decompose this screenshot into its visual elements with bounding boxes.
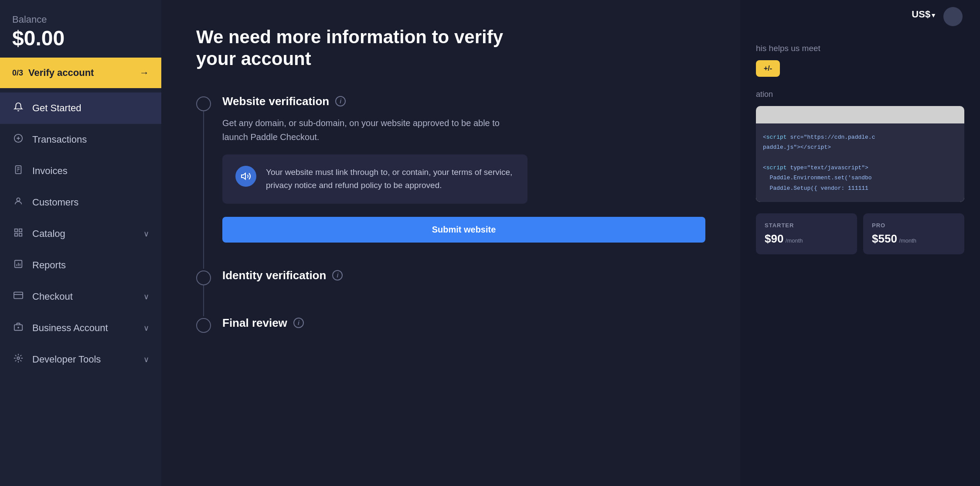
step-title-row: Identity verification i — [222, 269, 705, 282]
customers-icon — [12, 196, 24, 209]
pricing-cards: STARTER $90 /month PRO $550 /month — [740, 206, 980, 261]
step-title: Identity verification — [222, 269, 326, 282]
checkout-icon — [12, 291, 24, 303]
step-title-row: Final review i — [222, 316, 705, 330]
verify-label: Verify account — [28, 67, 134, 79]
verification-steps: Website verification i Get any domain, o… — [196, 95, 705, 338]
help-text: his helps us meet — [756, 44, 964, 53]
pricing-period: /month — [786, 237, 803, 244]
step-line — [203, 285, 204, 316]
notice-text: Your website must link through to, or co… — [266, 166, 514, 192]
integration-label: ation — [740, 86, 980, 102]
sidebar-item-customers[interactable]: Customers — [0, 187, 161, 218]
sidebar-item-transactions[interactable]: Transactions — [0, 124, 161, 155]
catalog-icon — [12, 228, 24, 240]
verify-badge: 0/3 — [12, 68, 23, 78]
right-panel: US$▼ his helps us meet +/- ation <script… — [740, 0, 980, 486]
nav-menu: Get Started Transactions Invoices Custom… — [0, 88, 161, 486]
step-title: Website verification — [222, 95, 329, 108]
currency-tag-icon: +/- — [764, 65, 772, 72]
sidebar-item-catalog[interactable]: Catalog ∨ — [0, 218, 161, 250]
main-content: We need more information to verify your … — [161, 0, 740, 486]
sidebar: Balance $0.00 0/3 Verify account → Get S… — [0, 0, 161, 486]
notice-icon — [235, 166, 256, 187]
step-circle-identity — [196, 270, 211, 285]
code-text: <script src="https://cdn.paddle.c paddle… — [763, 132, 957, 193]
step-notice: Your website must link through to, or co… — [222, 154, 527, 204]
info-icon[interactable]: i — [293, 318, 304, 328]
sidebar-item-label: Checkout — [32, 291, 136, 302]
pricing-card-pro: PRO $550 /month — [863, 213, 964, 254]
step-title-row: Website verification i — [222, 95, 705, 108]
sidebar-item-reports[interactable]: Reports — [0, 250, 161, 281]
avatar — [943, 7, 963, 26]
sidebar-item-invoices[interactable]: Invoices — [0, 155, 161, 187]
pricing-period: /month — [899, 237, 916, 244]
balance-label: Balance — [12, 14, 149, 25]
sidebar-item-label: Transactions — [32, 134, 149, 145]
balance-amount: $0.00 — [12, 28, 149, 49]
sidebar-item-label: Invoices — [32, 165, 149, 177]
currency-label: US$▼ — [912, 9, 936, 20]
sidebar-item-label: Get Started — [32, 103, 149, 114]
sidebar-item-label: Catalog — [32, 228, 136, 240]
sidebar-item-business-account[interactable]: Business Account ∨ — [0, 312, 161, 344]
info-icon[interactable]: i — [332, 270, 343, 281]
chevron-down-icon: ∨ — [143, 292, 149, 301]
sidebar-item-label: Business Account — [32, 322, 136, 334]
business-icon — [12, 322, 24, 334]
pricing-card-starter: STARTER $90 /month — [756, 213, 857, 254]
sidebar-item-developer-tools[interactable]: Developer Tools ∨ — [0, 344, 161, 375]
svg-rect-7 — [19, 229, 22, 232]
transactions-icon — [12, 133, 24, 146]
developer-icon — [12, 353, 24, 366]
pricing-tier: PRO — [872, 222, 956, 229]
step-title: Final review — [222, 316, 287, 330]
balance-section: Balance $0.00 — [0, 0, 161, 58]
step-website-verification: Website verification i Get any domain, o… — [196, 95, 705, 269]
step-circle-final — [196, 318, 211, 333]
svg-point-5 — [17, 198, 20, 201]
invoices-icon — [12, 165, 24, 177]
step-circle-website — [196, 96, 211, 111]
svg-rect-8 — [15, 233, 17, 236]
pricing-amount: $90 — [765, 232, 783, 245]
chevron-down-icon: ∨ — [143, 323, 149, 333]
step-final-review: Final review i — [196, 316, 705, 338]
verify-account-banner[interactable]: 0/3 Verify account → — [0, 58, 161, 88]
arrow-right-icon: → — [140, 67, 149, 79]
submit-website-button[interactable]: Submit website — [222, 217, 705, 243]
code-block: <script src="https://cdn.paddle.c paddle… — [756, 123, 964, 202]
step-description: Get any domain, or sub-domain, on your w… — [222, 116, 519, 144]
currency-selector[interactable]: +/- — [756, 60, 780, 77]
reports-icon — [12, 259, 24, 271]
chevron-down-icon: ∨ — [143, 229, 149, 239]
step-identity-verification: Identity verification i — [196, 269, 705, 316]
pricing-amount: $550 — [872, 232, 897, 245]
info-icon[interactable]: i — [335, 96, 346, 106]
bell-icon — [12, 102, 24, 114]
svg-rect-9 — [19, 233, 22, 236]
pricing-tier: STARTER — [765, 222, 848, 229]
svg-point-16 — [17, 357, 20, 359]
sidebar-item-label: Reports — [32, 260, 149, 271]
sidebar-item-label: Developer Tools — [32, 354, 136, 365]
svg-rect-6 — [15, 229, 17, 232]
sidebar-item-checkout[interactable]: Checkout ∨ — [0, 281, 161, 312]
chevron-down-icon: ∨ — [143, 355, 149, 364]
preview-area: <script src="https://cdn.paddle.c paddle… — [756, 106, 964, 202]
sidebar-item-label: Customers — [32, 197, 149, 208]
sidebar-item-get-started[interactable]: Get Started — [0, 92, 161, 124]
svg-marker-17 — [242, 173, 245, 179]
step-line — [203, 111, 204, 269]
svg-rect-11 — [14, 292, 23, 299]
page-title: We need more information to verify your … — [196, 26, 510, 70]
